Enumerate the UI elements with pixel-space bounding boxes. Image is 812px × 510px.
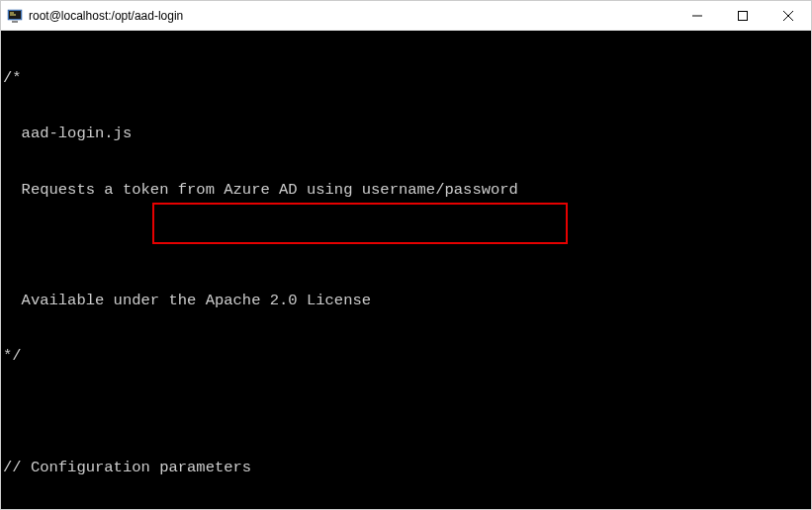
code-line: */ <box>3 347 809 366</box>
code-line: Requests a token from Azure AD using use… <box>3 181 809 200</box>
svg-rect-2 <box>12 21 18 23</box>
minimize-button[interactable] <box>675 1 720 31</box>
code-line: // Configuration parameters <box>3 459 809 477</box>
terminal-content[interactable]: /* aad-login.js Requests a token from Az… <box>1 31 811 509</box>
window-title: root@localhost:/opt/aad-login <box>29 9 675 23</box>
titlebar[interactable]: root@localhost:/opt/aad-login <box>1 1 811 31</box>
terminal-window: root@localhost:/opt/aad-login /* aad-log… <box>0 0 812 510</box>
putty-icon <box>7 8 23 24</box>
maximize-button[interactable] <box>720 1 766 31</box>
code-line <box>3 402 809 421</box>
code-line: aad-login.js <box>3 125 809 143</box>
code-line <box>3 236 809 255</box>
code-line: Available under the Apache 2.0 License <box>3 292 809 310</box>
window-controls <box>675 1 811 31</box>
close-button[interactable] <box>766 1 811 31</box>
code-line: /* <box>3 69 809 88</box>
svg-rect-6 <box>739 11 748 20</box>
